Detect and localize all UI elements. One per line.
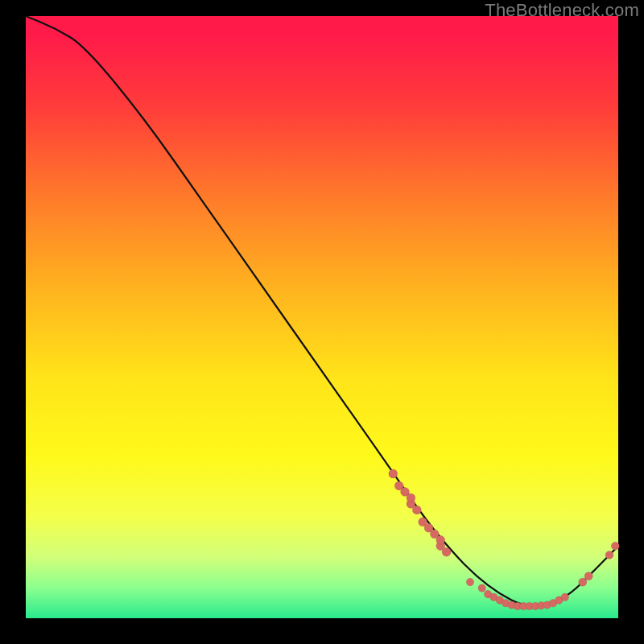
chart-stage: TheBottleneck.com [0, 0, 644, 644]
data-point [412, 506, 421, 514]
watermark-text: TheBottleneck.com [485, 0, 639, 21]
data-point [466, 578, 474, 586]
data-point [561, 593, 569, 601]
data-point [389, 469, 398, 478]
data-point [442, 547, 451, 556]
data-point [611, 542, 619, 550]
data-point [584, 572, 592, 580]
chart-overlay-svg [26, 16, 618, 618]
data-points [389, 469, 620, 610]
data-point [407, 493, 415, 502]
bottleneck-curve [26, 16, 618, 606]
data-point [605, 551, 613, 559]
data-point [478, 584, 486, 592]
data-point [436, 535, 445, 544]
